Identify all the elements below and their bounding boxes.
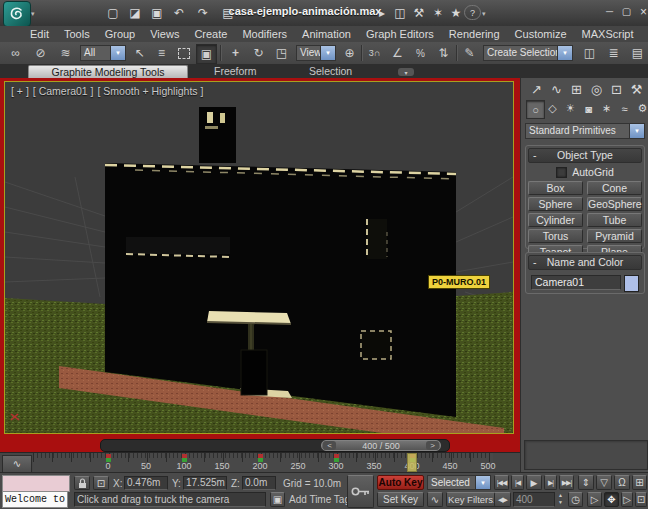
y-coordinate-field[interactable]: 17.525m — [183, 476, 227, 490]
mini-curve-editor-button[interactable]: ∿ — [2, 455, 32, 473]
favorites-star-icon[interactable]: ★ — [446, 4, 466, 21]
key-mode-dropdown[interactable]: Selected ▼ — [427, 475, 491, 490]
keyframe-marker[interactable] — [334, 454, 339, 462]
selection-lock-toggle[interactable] — [74, 476, 90, 490]
ribbon-minimize-button[interactable]: ▾ — [398, 68, 414, 76]
timeline-ruler[interactable]: 0 50 100 150 200 250 300 350 400 450 500 — [33, 453, 493, 473]
tab-graphite-modeling-tools[interactable]: Graphite Modeling Tools — [28, 65, 188, 79]
go-to-start-button[interactable]: |◀◀ — [494, 475, 509, 490]
pyramid-button[interactable]: Pyramid — [587, 229, 642, 243]
truck-camera-button[interactable]: ✥ — [604, 492, 619, 507]
viewport-general-menu[interactable]: [ + ] — [11, 85, 29, 97]
object-category-dropdown[interactable]: Standard Primitives ▼ — [525, 123, 645, 139]
menu-group[interactable]: Group — [105, 28, 136, 40]
maximize-button[interactable]: ▢ — [618, 4, 635, 19]
previous-frame-button[interactable]: < — [323, 441, 336, 450]
close-button[interactable]: × — [635, 4, 648, 19]
torus-button[interactable]: Torus — [528, 229, 583, 243]
category-helpers[interactable]: ∗ — [598, 100, 615, 117]
dolly-camera-button[interactable]: ⇕ — [578, 475, 594, 490]
add-time-tag[interactable]: Add Time Tag — [289, 494, 350, 505]
autogrid-checkbox[interactable] — [556, 167, 567, 178]
auto-key-toggle[interactable]: Auto Key — [377, 475, 424, 490]
named-selection-sets-dropdown[interactable]: Create Selection S ▼ — [483, 45, 573, 61]
new-file-button[interactable]: ▢ — [103, 4, 123, 21]
tab-freeform[interactable]: Freeform — [200, 65, 271, 78]
bind-to-space-warp-button[interactable]: ≋ — [56, 44, 75, 62]
tab-utilities[interactable]: ⚒ — [627, 80, 646, 98]
subscription-icon[interactable]: ⚒ — [409, 4, 429, 21]
next-frame-button[interactable]: ▶| — [544, 475, 557, 490]
percent-snap-toggle[interactable]: % — [411, 44, 430, 62]
menu-maxscript[interactable]: MAXScript — [582, 28, 634, 40]
absolute-offset-toggle[interactable]: ⊡ — [93, 476, 109, 490]
help-arrow-icon[interactable]: ▾ — [482, 10, 486, 18]
maxscript-mini-listener[interactable]: Welcome to — [2, 491, 68, 508]
viewport-canvas[interactable] — [5, 82, 513, 433]
object-name-field[interactable]: Camera01 — [531, 275, 621, 290]
reference-coordinate-dropdown[interactable]: View ▼ — [296, 45, 336, 61]
snaps-toggle-button[interactable]: 3∩ — [365, 44, 384, 62]
keyframe-marker[interactable] — [106, 454, 111, 462]
app-menu-arrow-icon[interactable]: ▾ — [31, 10, 35, 18]
current-frame-field[interactable]: 400 — [513, 492, 555, 507]
minimize-button[interactable]: ─ — [601, 4, 618, 19]
sphere-button[interactable]: Sphere — [528, 197, 583, 211]
maxscript-macro-recorder[interactable] — [2, 475, 70, 492]
tab-display[interactable]: ⊡ — [607, 80, 626, 98]
select-and-scale-button[interactable]: ◳ — [272, 44, 291, 62]
next-frame-button[interactable]: > — [426, 441, 439, 450]
category-systems[interactable]: ⚙ — [634, 100, 648, 117]
pan-mode-button[interactable]: ▷ — [621, 492, 633, 507]
go-to-end-button[interactable]: ▶▶| — [559, 475, 574, 490]
rectangular-selection-region-button[interactable] — [174, 44, 193, 62]
tab-motion[interactable]: ◎ — [587, 80, 606, 98]
object-type-rollout-header[interactable]: - Object Type — [528, 148, 642, 163]
time-slider-track[interactable]: < 400 / 500 > — [100, 439, 450, 452]
select-object-button[interactable]: ↖ — [130, 44, 149, 62]
select-by-name-button[interactable]: ≡ — [152, 44, 171, 62]
open-file-button[interactable]: ◪ — [125, 4, 145, 21]
orbit-camera-button[interactable]: Ω — [614, 475, 630, 490]
menu-modifiers[interactable]: Modifiers — [242, 28, 287, 40]
spinner-down-icon[interactable]: ▼ — [556, 499, 565, 506]
infocenter-arrow-icon[interactable]: ▸ — [376, 4, 388, 21]
key-mode-toggle-button[interactable]: ◀▶ — [494, 492, 511, 507]
box-button[interactable]: Box — [528, 181, 583, 195]
region-zoom-button[interactable]: ⊡ — [635, 492, 647, 507]
time-configuration-button[interactable]: ◷ — [568, 492, 583, 507]
x-coordinate-field[interactable]: 0.476m — [124, 476, 168, 490]
select-and-move-button[interactable]: + — [226, 44, 245, 62]
object-color-swatch[interactable] — [624, 275, 639, 292]
set-key-button[interactable]: Set Key — [377, 492, 424, 507]
geosphere-button[interactable]: GeoSphere — [587, 197, 642, 211]
previous-frame-button[interactable]: |◀ — [511, 475, 524, 490]
menu-tools[interactable]: Tools — [64, 28, 90, 40]
spinner-snap-toggle[interactable]: ⇅ — [434, 44, 453, 62]
selection-filter-dropdown[interactable]: All ▼ — [80, 45, 126, 61]
window-crossing-toggle[interactable]: ▣ — [196, 44, 217, 64]
keyframe-marker[interactable] — [182, 454, 187, 462]
angle-snap-toggle[interactable]: ∠ — [388, 44, 407, 62]
mirror-button[interactable]: ◫ — [580, 44, 599, 62]
isolate-selection-button[interactable]: ▣ — [270, 492, 285, 507]
walk-through-button[interactable]: ▷ — [587, 492, 602, 507]
save-file-button[interactable]: ▣ — [147, 4, 167, 21]
name-color-rollout-header[interactable]: - Name and Color — [528, 255, 642, 270]
cone-button[interactable]: Cone — [587, 181, 642, 195]
maximize-viewport-toggle[interactable]: ⊞ — [632, 475, 647, 490]
frame-spinner[interactable]: ▲ ▼ — [556, 492, 565, 507]
communication-center-icon[interactable]: ✶ — [428, 4, 448, 21]
select-and-rotate-button[interactable]: ↻ — [249, 44, 268, 62]
time-slider-handle[interactable]: < 400 / 500 > — [321, 440, 441, 451]
viewport-pov-menu[interactable]: [ Camera01 ] — [33, 85, 94, 97]
menu-rendering[interactable]: Rendering — [449, 28, 500, 40]
menu-edit[interactable]: Edit — [30, 28, 49, 40]
tab-create[interactable]: ↗ — [527, 80, 546, 98]
unlink-selection-button[interactable]: ⊘ — [31, 44, 50, 62]
current-frame-indicator[interactable] — [407, 453, 417, 472]
default-in-out-tangents-button[interactable]: ∿ — [427, 492, 443, 507]
keyframe-marker[interactable] — [258, 454, 263, 462]
menu-create[interactable]: Create — [194, 28, 227, 40]
set-keys-button[interactable] — [347, 475, 374, 508]
